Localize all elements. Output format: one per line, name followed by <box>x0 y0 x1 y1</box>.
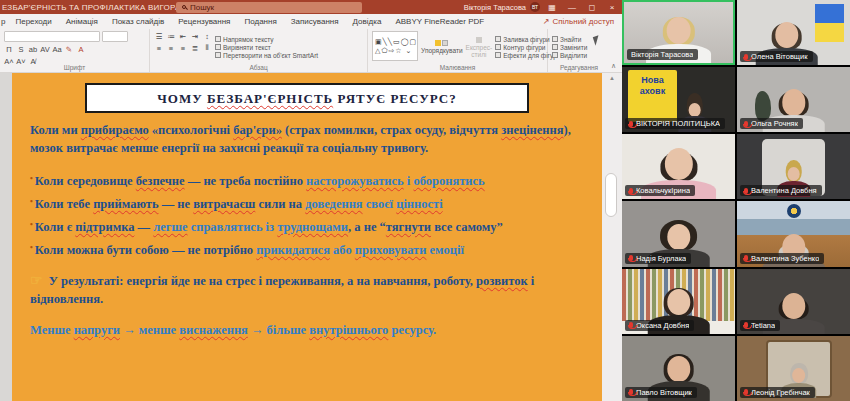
thumbnails-pane-edge[interactable] <box>0 73 12 401</box>
participant-tile-8[interactable]: Оксана Довбня <box>622 269 735 334</box>
quick-styles-button[interactable]: Експрес-стилі <box>466 31 493 63</box>
pointing-hand-icon: ☞ <box>30 273 43 288</box>
participant-name: Надія Бурлака <box>636 254 686 263</box>
text-segment: цінності <box>396 197 443 211</box>
close-button[interactable]: × <box>604 0 620 14</box>
paragraph-button-icon-1 <box>215 44 221 50</box>
participant-tile-9[interactable]: Tetiana <box>737 269 850 334</box>
underline-button[interactable]: П <box>4 44 14 54</box>
group-drawing: ▣╲╲▭◯▢ △⬠⇨☆ ⌄ Упорядкувати Експрес-стилі… <box>368 29 548 72</box>
ribbon-tab-6[interactable]: Довідка <box>346 17 389 26</box>
account-avatar[interactable]: ВТ <box>530 2 540 12</box>
participant-tile-6[interactable]: Надія Бурлака <box>622 201 735 266</box>
paragraph-button-2[interactable]: Перетворити на об'єкт SmartArt <box>215 52 318 59</box>
ribbon-tab-0[interactable]: Переходи <box>8 17 58 26</box>
search-box[interactable]: Пошук <box>176 2 362 13</box>
paragraph-button-1[interactable]: Вирівняти текст <box>215 44 318 51</box>
text-segment: Коли тебе <box>35 197 93 211</box>
account-name[interactable]: Вікторія Тарасова <box>464 3 526 12</box>
participant-name: Оксана Довбня <box>636 321 689 330</box>
align-right-button[interactable]: ≡ <box>178 43 188 53</box>
outdent-button[interactable]: ⇤ <box>178 31 188 41</box>
participant-nameplate: Павло Вітовщик <box>625 387 697 398</box>
align-center-button[interactable]: ≡ <box>166 43 176 53</box>
slide-paragraph-4: •Коли можна бути собою — не потрібно при… <box>22 239 592 259</box>
font-size-combo[interactable] <box>102 31 128 42</box>
slide-canvas[interactable]: ЧОМУ БЕЗБАР'ЄРНІСТЬ РЯТУЄ РЕСУРС? Коли м… <box>12 73 602 401</box>
tab-clipped[interactable]: р <box>0 17 8 26</box>
ribbon-options-icon[interactable]: ▦ <box>544 0 560 14</box>
numbering-button[interactable]: ≔ <box>166 31 176 41</box>
columns-button[interactable]: ⫴ <box>202 43 212 53</box>
ribbon-tab-5[interactable]: Записування <box>284 17 346 26</box>
line-spacing-button[interactable]: ↕ <box>202 31 212 41</box>
justify-button[interactable]: ≣ <box>190 43 200 53</box>
arrange-button[interactable]: Упорядкувати <box>421 31 462 63</box>
shadow-button[interactable]: ab <box>28 44 38 54</box>
muted-mic-icon <box>629 389 633 395</box>
participant-tile-4[interactable]: КовальчукІрина <box>622 134 735 199</box>
participant-name: Олена Вітовщик <box>751 52 808 61</box>
ribbon-tab-1[interactable]: Анімація <box>59 17 105 26</box>
group-editing: ЗнайтиЗамінитиВиділити Редагування <box>548 29 610 72</box>
ribbon-tab-4[interactable]: Подання <box>237 17 283 26</box>
search-placeholder: Пошук <box>190 3 214 12</box>
char-spacing-button[interactable]: AV <box>40 44 50 54</box>
scrollbar-thumb[interactable] <box>605 173 617 217</box>
participant-tile-10[interactable]: Павло Вітовщик <box>622 336 735 401</box>
font-name-combo[interactable] <box>4 31 100 42</box>
text-segment: виснаження <box>179 323 248 337</box>
editing-button-2[interactable]: Виділити <box>552 52 587 59</box>
shapes-gallery[interactable]: ▣╲╲▭◯▢ △⬠⇨☆ ⌄ <box>372 31 418 61</box>
participant-name: Вікторія Тарасова <box>631 50 693 59</box>
participant-tile-2[interactable]: НовааховкВІКТОРІЯ ПОЛІТИЦЬКА <box>622 67 735 132</box>
bullet-icon: • <box>30 243 33 252</box>
ribbon-tab-7[interactable]: ABBYY FineReader PDF <box>388 17 491 26</box>
restore-button[interactable]: ◻ <box>584 0 600 14</box>
minimize-button[interactable]: — <box>564 0 580 14</box>
muted-mic-icon <box>744 188 748 194</box>
slide-paragraph-1: •Коли середовище безпечне — не треба пос… <box>22 170 592 190</box>
participant-nameplate: Валентина Довбня <box>740 185 822 196</box>
participant-tile-0[interactable]: Вікторія Тарасова <box>622 0 735 65</box>
participant-name: Леонід Гребінчак <box>751 388 810 397</box>
paragraph-button-0[interactable]: Напрямок тексту <box>215 36 318 43</box>
font-color-button[interactable]: А <box>76 44 86 54</box>
participant-nameplate: Олена Вітовщик <box>740 51 813 62</box>
text-segment: «психологічні <box>149 123 233 137</box>
participant-tile-11[interactable]: Леонід Гребінчак <box>737 336 850 401</box>
slide-title-box[interactable]: ЧОМУ БЕЗБАР'ЄРНІСТЬ РЯТУЄ РЕСУРС? <box>85 83 530 113</box>
quick-styles-icon <box>476 37 482 43</box>
ribbon-tab-3[interactable]: Рецензування <box>171 17 237 26</box>
align-left-button[interactable]: ≡ <box>154 43 164 53</box>
text-segment: емоції <box>426 243 463 257</box>
participant-name: Ольга Рочняк <box>751 119 798 128</box>
collapse-ribbon-icon[interactable]: ∧ <box>611 62 616 70</box>
slide-paragraph-2: •Коли тебе приймають — не витрачаєш сили… <box>22 193 592 213</box>
slide-scrollbar[interactable]: ▲ <box>602 73 622 401</box>
text-segment: насторожуватись <box>306 174 404 188</box>
scroll-up-icon[interactable]: ▲ <box>609 75 615 81</box>
participant-tile-1[interactable]: Олена Вітовщик <box>737 0 850 65</box>
bullets-button[interactable]: ☰ <box>154 31 164 41</box>
editing-button-icon-1 <box>552 44 558 50</box>
indent-button[interactable]: ⇥ <box>190 31 200 41</box>
participant-tile-5[interactable]: Валентина Довбня <box>737 134 850 199</box>
strikethrough-button[interactable]: S <box>16 44 26 54</box>
participant-tile-3[interactable]: Ольга Рочняк <box>737 67 850 132</box>
powerpoint-window: ЕЗБАР'ЄРНІСТЬ ТА ПРОФІЛАКТИКА ВИГОРАННЯ … <box>0 0 622 401</box>
slide-body-text[interactable]: Коли ми прибираємо «психологічні бар'єри… <box>22 121 592 339</box>
participant-tile-7[interactable]: Валентина Зубенко <box>737 201 850 266</box>
highlight-button[interactable]: ✎ <box>64 44 74 54</box>
text-segment: і <box>404 174 414 188</box>
participant-nameplate: Ольга Рочняк <box>740 118 803 129</box>
titlebar[interactable]: ЕЗБАР'ЄРНІСТЬ ТА ПРОФІЛАКТИКА ВИГОРАННЯ … <box>0 0 622 14</box>
editing-button-1[interactable]: Замінити <box>552 44 587 51</box>
share-button[interactable]: ↗ Спільний доступ <box>543 14 614 29</box>
ribbon-tab-2[interactable]: Показ слайдів <box>105 17 171 26</box>
participant-nameplate: Надія Бурлака <box>625 253 691 264</box>
editing-button-0[interactable]: Знайти <box>552 36 587 43</box>
change-case-button[interactable]: Aa <box>52 44 62 54</box>
muted-mic-icon <box>629 322 633 328</box>
background-banner: Новааховк <box>628 70 678 122</box>
